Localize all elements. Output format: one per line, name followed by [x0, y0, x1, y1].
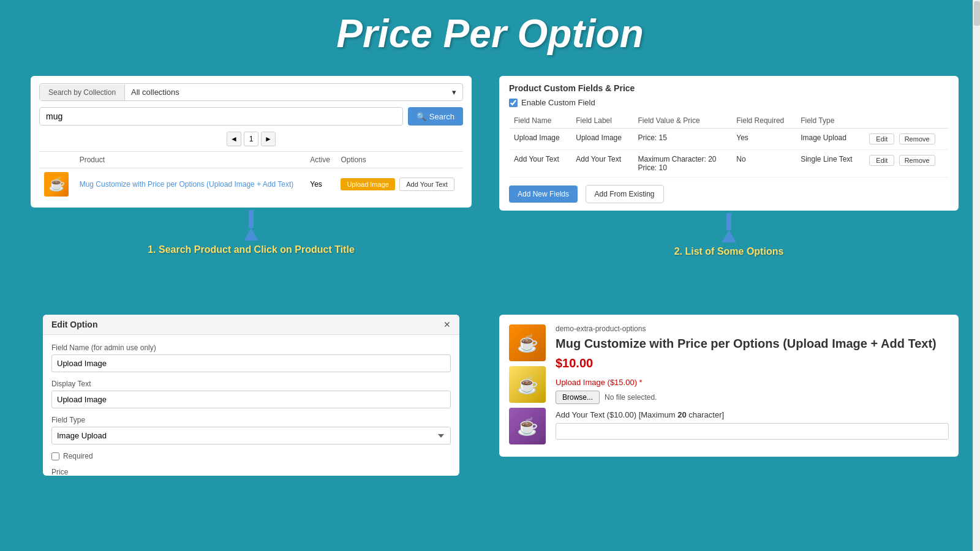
search-input[interactable]: [39, 107, 403, 126]
modal-close-button[interactable]: ✕: [443, 320, 451, 329]
display-text-label: Display Text: [51, 380, 451, 388]
form-display-text: Display Text: [51, 380, 451, 408]
table-row: ☕ Mug Customize with Price per Options (…: [39, 168, 463, 201]
search-button[interactable]: 🔍 Search: [408, 107, 463, 126]
field-label-1: Upload Image: [571, 129, 633, 150]
field-type-2: Single Line Text: [796, 150, 864, 178]
modal-body: Field Name (for admin use only) Display …: [43, 335, 459, 476]
form-required: Required: [51, 452, 451, 460]
modal-header: Edit Option ✕: [43, 315, 459, 335]
preview-header: ☕ ☕ ☕ demo-extra-product-options Mug Cus…: [509, 324, 949, 444]
panel-edit-area: Edit Option ✕ Field Name (for admin use …: [12, 309, 490, 547]
preview-product-title: Mug Customize with Price per Options (Up…: [556, 335, 949, 351]
panel-search: Search by Collection All collections ▾ 🔍…: [31, 76, 472, 208]
search-row: 🔍 Search: [39, 107, 463, 126]
display-text-input[interactable]: [51, 391, 451, 408]
mug-thumb-1: ☕: [509, 324, 546, 361]
upload-image-button[interactable]: Upload Image: [341, 178, 395, 190]
preview-price: $10.00: [556, 356, 949, 370]
panel-preview-area: ☕ ☕ ☕ demo-extra-product-options Mug Cus…: [490, 309, 968, 547]
arrow-head-1: [244, 228, 258, 241]
field-name-input[interactable]: [51, 354, 451, 372]
collection-select[interactable]: All collections ▾: [125, 84, 462, 100]
field-value-1: Price: 15: [633, 129, 731, 150]
enable-custom-field-checkbox[interactable]: [509, 99, 518, 107]
arrow-shaft-2: [726, 213, 731, 230]
fields-table: Field Name Field Label Field Value & Pri…: [509, 113, 949, 178]
edit-field-1-button[interactable]: Edit: [869, 133, 894, 144]
mug-2-icon: ☕: [517, 375, 538, 395]
browse-button[interactable]: Browse...: [556, 391, 600, 404]
field-type-select[interactable]: Image Upload: [51, 427, 451, 444]
no-file-text: No file selected.: [605, 393, 657, 402]
preview-info: demo-extra-product-options Mug Customize…: [556, 324, 949, 440]
field-actions-2: Edit Remove: [864, 150, 949, 178]
page-header: Price Per Option: [0, 0, 980, 64]
add-text-button[interactable]: Add Your Text: [399, 178, 454, 191]
product-options-cell: Upload Image Add Your Text: [336, 168, 463, 201]
col-header-product-name: Product: [75, 152, 306, 168]
field-row-1: Upload Image Upload Image Price: 15 Yes …: [509, 129, 949, 150]
remove-field-2-button[interactable]: Remove: [899, 155, 935, 166]
add-from-existing-button[interactable]: Add From Existing: [586, 185, 664, 203]
panel-search-area: Search by Collection All collections ▾ 🔍…: [12, 70, 490, 309]
panel-edit: Edit Option ✕ Field Name (for admin use …: [43, 315, 459, 476]
enable-custom-field-label: Enable Custom Field: [521, 98, 595, 107]
preview-upload-label: Upload Image ($15.00) *: [556, 378, 949, 387]
col-field-value: Field Value & Price: [633, 113, 731, 129]
product-name-cell: Mug Customize with Price per Options (Up…: [75, 168, 306, 201]
col-header-options: Options: [336, 152, 463, 168]
field-required-1: Yes: [731, 129, 796, 150]
arrow-1: [244, 210, 258, 241]
next-page-button[interactable]: ►: [261, 132, 276, 146]
fields-action-row: Add New Fields Add From Existing: [509, 185, 949, 203]
form-field-name: Field Name (for admin use only): [51, 343, 451, 372]
panel-fields-title: Product Custom Fields & Price: [509, 83, 949, 93]
col-field-type: Field Type: [796, 113, 864, 129]
prev-page-button[interactable]: ◄: [227, 132, 241, 146]
product-table: Product Active Options ☕: [39, 151, 463, 200]
caption-2: 2. List of Some Options: [674, 246, 784, 257]
mug-3-icon: ☕: [517, 416, 538, 437]
mug-1-icon: ☕: [517, 333, 538, 353]
price-label: Price: [51, 468, 451, 476]
chevron-down-icon: ▾: [452, 88, 456, 97]
col-field-label: Field Label: [571, 113, 633, 129]
product-thumbnail: ☕: [44, 172, 69, 197]
required-label: Required: [63, 452, 93, 460]
col-actions: [864, 113, 949, 129]
required-checkbox[interactable]: [51, 452, 59, 460]
field-actions-1: Edit Remove: [864, 129, 949, 150]
browse-row: Browse... No file selected.: [556, 391, 949, 404]
edit-field-2-button[interactable]: Edit: [869, 155, 894, 166]
preview-store: demo-extra-product-options: [556, 324, 949, 333]
preview-text-field-label: Add Your Text ($10.00) [Maximum 20 chara…: [556, 410, 949, 419]
panel-fields: Product Custom Fields & Price Enable Cus…: [499, 76, 959, 211]
field-name-1: Upload Image: [509, 129, 571, 150]
product-link[interactable]: Mug Customize with Price per Options (Up…: [80, 180, 294, 189]
col-field-name: Field Name: [509, 113, 571, 129]
caption-1: 1. Search Product and Click on Product T…: [148, 244, 355, 255]
panel-preview: ☕ ☕ ☕ demo-extra-product-options Mug Cus…: [499, 315, 959, 457]
arrow-2: [722, 213, 736, 242]
pagination: ◄ 1 ►: [39, 132, 463, 146]
col-header-active: Active: [305, 152, 336, 168]
text-input-preview[interactable]: [556, 423, 949, 440]
remove-field-1-button[interactable]: Remove: [899, 133, 935, 144]
mug-col: ☕ ☕ ☕: [509, 324, 546, 444]
page-number: 1: [244, 132, 258, 146]
add-new-fields-button[interactable]: Add New Fields: [509, 186, 578, 203]
modal-title: Edit Option: [51, 320, 97, 329]
collection-row: Search by Collection All collections ▾: [39, 83, 463, 101]
mug-image: ☕: [48, 176, 65, 192]
required-asterisk: *: [639, 378, 643, 387]
form-field-type: Field Type Image Upload: [51, 416, 451, 444]
arrow-head-2: [722, 230, 736, 242]
field-type-label: Field Type: [51, 416, 451, 424]
panel-fields-area: Product Custom Fields & Price Enable Cus…: [490, 70, 968, 309]
mug-thumb-3: ☕: [509, 408, 546, 444]
product-thumb-cell: ☕: [39, 168, 75, 201]
product-active-cell: Yes: [305, 168, 336, 201]
col-header-product: [39, 152, 75, 168]
mug-thumb-2: ☕: [509, 366, 546, 403]
